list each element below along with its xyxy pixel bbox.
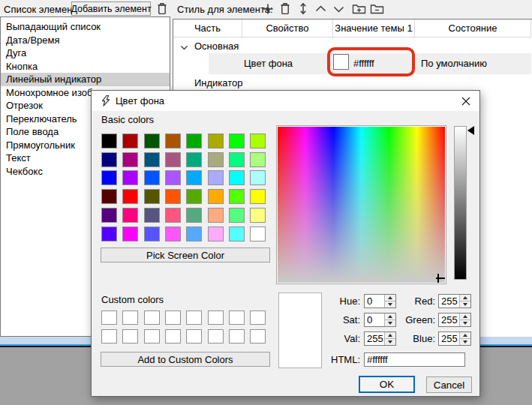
- chevron-down-icon[interactable]: [332, 2, 345, 15]
- move-vertical-icon[interactable]: [296, 2, 309, 15]
- basic-color-swatch[interactable]: [165, 152, 181, 167]
- tree-expand-chevron-icon[interactable]: [180, 42, 188, 53]
- basic-color-swatch[interactable]: [122, 170, 138, 185]
- folder-plus-icon[interactable]: [351, 2, 366, 15]
- plus-icon[interactable]: [261, 2, 274, 15]
- val-input[interactable]: [365, 332, 384, 345]
- ok-button[interactable]: OK: [359, 376, 415, 393]
- custom-color-swatch[interactable]: [250, 329, 266, 344]
- spin-up-icon[interactable]: [460, 295, 470, 302]
- sat-spinbox[interactable]: [364, 313, 396, 327]
- spin-up-icon[interactable]: [385, 314, 395, 320]
- basic-color-swatch[interactable]: [208, 226, 224, 242]
- property-state[interactable]: По умолчанию: [421, 57, 487, 70]
- custom-color-swatch[interactable]: [122, 310, 138, 325]
- blue-input[interactable]: [439, 332, 459, 345]
- table-group-osnovnaya[interactable]: Основная: [194, 40, 239, 52]
- color-crosshair-icon[interactable]: [436, 278, 445, 279]
- basic-color-swatch[interactable]: [229, 208, 245, 223]
- custom-color-swatch[interactable]: [186, 329, 202, 344]
- basic-color-swatch[interactable]: [208, 208, 224, 223]
- basic-color-swatch[interactable]: [165, 226, 181, 242]
- value-slider[interactable]: [454, 126, 467, 280]
- chevron-up-icon[interactable]: [314, 2, 327, 15]
- basic-color-swatch[interactable]: [101, 134, 117, 148]
- basic-color-swatch[interactable]: [122, 152, 138, 167]
- spin-down-icon[interactable]: [460, 339, 470, 345]
- custom-color-swatch[interactable]: [165, 310, 181, 325]
- column-header[interactable]: Состояние: [415, 20, 531, 38]
- custom-color-swatch[interactable]: [186, 310, 202, 325]
- basic-color-swatch[interactable]: [250, 208, 266, 223]
- basic-color-swatch[interactable]: [144, 152, 160, 167]
- basic-color-swatch[interactable]: [229, 134, 245, 148]
- basic-color-swatch[interactable]: [101, 152, 117, 167]
- list-item[interactable]: Выпадающий список: [1, 20, 170, 34]
- basic-color-swatch[interactable]: [186, 226, 202, 242]
- list-item[interactable]: Дата/Время: [1, 34, 170, 47]
- basic-color-swatch[interactable]: [122, 189, 138, 204]
- spin-up-icon[interactable]: [460, 314, 470, 320]
- basic-color-swatch[interactable]: [122, 226, 138, 242]
- basic-color-swatch[interactable]: [144, 226, 160, 242]
- spin-up-icon[interactable]: [385, 332, 395, 339]
- html-color-input[interactable]: [364, 352, 465, 367]
- basic-color-swatch[interactable]: [250, 170, 266, 185]
- add-element-button[interactable]: Добавить элемент: [71, 2, 151, 16]
- custom-color-swatch[interactable]: [165, 329, 181, 344]
- basic-color-swatch[interactable]: [122, 134, 138, 148]
- green-input[interactable]: [439, 314, 459, 326]
- basic-color-swatch[interactable]: [101, 226, 117, 242]
- custom-color-swatch[interactable]: [122, 329, 138, 344]
- hue-input[interactable]: [365, 295, 384, 308]
- custom-color-swatch[interactable]: [208, 310, 224, 325]
- basic-color-swatch[interactable]: [229, 170, 245, 185]
- hue-saturation-gradient[interactable]: [278, 127, 445, 283]
- custom-color-swatch[interactable]: [144, 310, 160, 325]
- basic-color-swatch[interactable]: [208, 152, 224, 167]
- basic-color-swatch[interactable]: [165, 134, 181, 148]
- basic-color-swatch[interactable]: [101, 170, 117, 185]
- add-to-custom-colors-button[interactable]: Add to Custom Colors: [101, 352, 270, 367]
- basic-color-swatch[interactable]: [144, 134, 160, 148]
- pick-screen-color-button[interactable]: Pick Screen Color: [101, 248, 270, 262]
- spin-up-icon[interactable]: [385, 295, 395, 302]
- delete-element-trash-icon[interactable]: [155, 2, 168, 15]
- trash-icon[interactable]: [278, 2, 291, 15]
- basic-color-swatch[interactable]: [229, 152, 245, 167]
- basic-color-swatch[interactable]: [144, 208, 160, 223]
- basic-color-swatch[interactable]: [250, 189, 266, 204]
- basic-color-swatch[interactable]: [144, 170, 160, 185]
- basic-color-swatch[interactable]: [186, 189, 202, 204]
- basic-color-swatch[interactable]: [208, 189, 224, 204]
- column-header[interactable]: Часть: [173, 20, 242, 38]
- basic-color-swatch[interactable]: [122, 208, 138, 223]
- basic-color-swatch[interactable]: [165, 189, 181, 204]
- green-spinbox[interactable]: [438, 313, 471, 327]
- spin-down-icon[interactable]: [385, 302, 395, 308]
- custom-color-swatch[interactable]: [208, 329, 224, 344]
- close-icon[interactable]: [457, 93, 475, 109]
- blue-spinbox[interactable]: [438, 332, 471, 346]
- hue-saturation-map[interactable]: [276, 125, 446, 284]
- red-spinbox[interactable]: [438, 294, 471, 308]
- basic-color-swatch[interactable]: [186, 208, 202, 223]
- spin-down-icon[interactable]: [385, 339, 395, 345]
- basic-color-swatch[interactable]: [165, 208, 181, 223]
- cancel-button[interactable]: Cancel: [426, 376, 472, 393]
- list-item[interactable]: Линейный индикатор: [1, 73, 170, 86]
- table-group-indikator[interactable]: Индикатор: [194, 76, 243, 89]
- spin-down-icon[interactable]: [460, 302, 470, 308]
- basic-color-swatch[interactable]: [186, 170, 202, 185]
- spin-down-icon[interactable]: [460, 320, 470, 326]
- basic-color-swatch[interactable]: [229, 189, 245, 204]
- custom-color-swatch[interactable]: [229, 310, 245, 325]
- basic-color-swatch[interactable]: [208, 170, 224, 185]
- basic-color-swatch[interactable]: [144, 189, 160, 204]
- custom-color-swatch[interactable]: [250, 310, 266, 325]
- custom-color-swatch[interactable]: [229, 329, 245, 344]
- custom-color-swatch[interactable]: [101, 329, 117, 344]
- spin-up-icon[interactable]: [460, 332, 470, 339]
- column-header[interactable]: Свойство: [242, 20, 333, 38]
- basic-color-swatch[interactable]: [101, 208, 117, 223]
